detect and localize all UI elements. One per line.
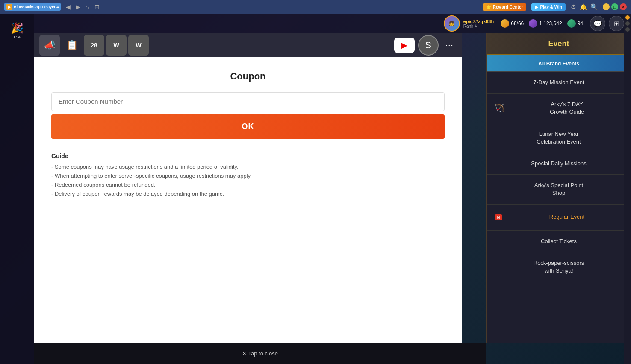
guide-list: - Some coupons may have usage restrictio… xyxy=(51,164,445,197)
toolbar-calendar-w1[interactable]: W xyxy=(106,35,127,56)
event-item-3[interactable]: Special Daily Missions xyxy=(487,153,631,175)
os-system-icons: ⚙ 🔔 🔍 xyxy=(571,3,598,10)
toolbar-calendar-w2[interactable]: W xyxy=(128,35,149,56)
coupon-input-wrapper[interactable] xyxy=(51,92,445,111)
toolbar-notes[interactable]: 📋 xyxy=(62,35,82,56)
maximize-button[interactable]: □ xyxy=(611,3,618,10)
event-label: Eve xyxy=(14,35,21,39)
event-item-label-3: Special Daily Missions xyxy=(493,160,624,167)
youtube-button[interactable]: ▶ xyxy=(394,38,415,53)
player-name: epic7#zqk83h xyxy=(463,19,494,24)
event-item-label-1: Arky's 7 DAYGrowth Guide xyxy=(510,100,624,116)
coupon-dialog: Coupon OK Guide - Some coupons may have … xyxy=(34,57,462,343)
game-toolbar: 📣 📋 28 W W ▶ S ··· xyxy=(34,33,462,57)
play-win-label: Play & Win xyxy=(540,5,562,9)
event-icon-left-5: N xyxy=(493,211,505,223)
event-item-label-7: Rock-paper-scissorswith Senya! xyxy=(493,259,624,275)
settings-icon[interactable]: ⚙ xyxy=(571,3,576,10)
player-name-wrap: epic7#zqk83h Rank 4 xyxy=(463,19,494,29)
sidebar-item-event[interactable]: 🎉 Eve xyxy=(4,18,30,44)
bluestacks-icon: ▶ xyxy=(6,4,12,10)
event-item-1[interactable]: 🏹Arky's 7 DAYGrowth Guide xyxy=(487,94,631,123)
player-info: 👧 epic7#zqk83h Rank 4 xyxy=(444,15,494,32)
event-banner[interactable]: All Brand Events xyxy=(487,55,631,72)
energy-icon xyxy=(567,19,576,28)
gold-icon xyxy=(501,19,509,28)
gold-amount: 68/66 xyxy=(511,21,524,26)
play-win-icon: ▶ xyxy=(535,5,538,9)
dialog-content: Coupon OK Guide - Some coupons may have … xyxy=(34,57,462,343)
sidebar-dot-1 xyxy=(625,15,630,20)
guide-section: Guide - Some coupons may have usage rest… xyxy=(51,153,445,197)
gems-amount: 1,123,642 xyxy=(539,21,562,26)
gold-display: 68/66 xyxy=(501,19,524,28)
game-top-bar: 👧 epic7#zqk83h Rank 4 68/66 1,123,642 94… xyxy=(34,14,631,33)
notification-icon[interactable]: 🔔 xyxy=(580,3,587,10)
event-icon-left-1: 🏹 xyxy=(493,102,505,114)
os-bar-left: ▶ BlueStacks App Player 4 ◀ ▶ ⌂ ⊞ xyxy=(4,3,101,11)
event-icon: 🎉 xyxy=(11,22,24,34)
new-badge-5: N xyxy=(495,214,502,220)
event-list: All Brand Events 7-Day Mission Event🏹Ark… xyxy=(487,55,631,343)
s-button[interactable]: S xyxy=(418,35,439,56)
window-controls[interactable]: − □ × xyxy=(603,3,627,10)
player-rank: Rank 4 xyxy=(463,24,494,29)
event-panel-title: Event xyxy=(548,39,569,48)
tap-close-text: ✕ Tap to close xyxy=(242,350,278,357)
os-bar-right: ⭐ Reward Center ▶ Play & Win ⚙ 🔔 🔍 − □ × xyxy=(483,3,627,11)
event-item-7[interactable]: Rock-paper-scissorswith Senya! xyxy=(487,252,631,282)
tap-to-close-bar[interactable]: ✕ Tap to close xyxy=(34,343,486,364)
reward-center-button[interactable]: ⭐ Reward Center xyxy=(483,3,527,11)
event-item-label-5: Regular Event xyxy=(510,213,624,221)
event-item-4[interactable]: Arky's Special PointShop xyxy=(487,175,631,204)
os-nav-buttons[interactable]: ◀ ▶ ⌂ ⊞ xyxy=(64,3,101,11)
dialog-title: Coupon xyxy=(51,71,445,82)
toolbar-announcement[interactable]: 📣 xyxy=(39,35,60,56)
event-item-label-2: Lunar New YearCelebration Event xyxy=(493,130,624,146)
event-items-container: 7-Day Mission Event🏹Arky's 7 DAYGrowth G… xyxy=(487,72,631,282)
coupon-input[interactable] xyxy=(59,98,437,105)
currency-display: 68/66 1,123,642 94 xyxy=(501,19,583,28)
event-item-6[interactable]: Collect Tickets xyxy=(487,231,631,252)
reward-icon: ⭐ xyxy=(486,5,491,9)
chat-icon[interactable]: 💬 xyxy=(590,16,605,31)
back-button[interactable]: ◀ xyxy=(64,3,72,11)
guide-item-1: - Some coupons may have usage restrictio… xyxy=(51,164,445,170)
menu-grid-icon[interactable]: ⊞ xyxy=(609,16,624,31)
event-panel: Event All Brand Events 7-Day Mission Eve… xyxy=(486,33,631,343)
app-name: BlueStacks App Player 4 xyxy=(14,5,59,9)
os-right-sidebar xyxy=(624,14,631,364)
bluestacks-logo: ▶ BlueStacks App Player 4 xyxy=(4,3,61,11)
ok-button[interactable]: OK xyxy=(51,114,445,139)
energy-display: 94 xyxy=(567,19,583,28)
event-item-0[interactable]: 7-Day Mission Event xyxy=(487,72,631,94)
player-avatar: 👧 xyxy=(444,15,460,32)
sidebar-dot-3 xyxy=(625,27,630,32)
forward-button[interactable]: ▶ xyxy=(74,3,82,11)
event-banner-text: All Brand Events xyxy=(538,61,579,67)
event-item-label-0: 7-Day Mission Event xyxy=(493,79,624,86)
close-window-button[interactable]: × xyxy=(620,3,627,10)
play-win-button[interactable]: ▶ Play & Win xyxy=(531,3,566,11)
gems-display: 1,123,642 xyxy=(529,19,562,28)
event-item-2[interactable]: Lunar New YearCelebration Event xyxy=(487,123,631,153)
minimize-button[interactable]: − xyxy=(603,3,610,10)
guide-title: Guide xyxy=(51,153,445,159)
os-top-bar: ▶ BlueStacks App Player 4 ◀ ▶ ⌂ ⊞ ⭐ Rewa… xyxy=(0,0,631,14)
event-item-5[interactable]: NRegular Event xyxy=(487,205,631,231)
event-header: Event xyxy=(487,33,631,55)
guide-item-3: - Redeemed coupons cannot be refunded. xyxy=(51,182,445,188)
guide-item-2: - When attempting to enter server-specif… xyxy=(51,173,445,179)
more-button[interactable]: ··· xyxy=(442,38,457,53)
search-os-icon[interactable]: 🔍 xyxy=(590,3,598,10)
home-button[interactable]: ⌂ xyxy=(84,3,91,11)
toolbar-right: ▶ S ··· xyxy=(394,35,457,56)
multi-button[interactable]: ⊞ xyxy=(93,3,101,11)
game-left-bar: 🎉 Eve xyxy=(0,14,34,364)
toolbar-calendar-28[interactable]: 28 xyxy=(84,35,104,56)
gem-icon xyxy=(529,19,537,28)
top-right-icons: 💬 ⊞ xyxy=(590,16,624,31)
reward-center-label: Reward Center xyxy=(493,5,523,9)
sidebar-dot-2 xyxy=(625,21,630,26)
guide-item-4: - Delivery of coupon rewards may be dela… xyxy=(51,191,445,197)
